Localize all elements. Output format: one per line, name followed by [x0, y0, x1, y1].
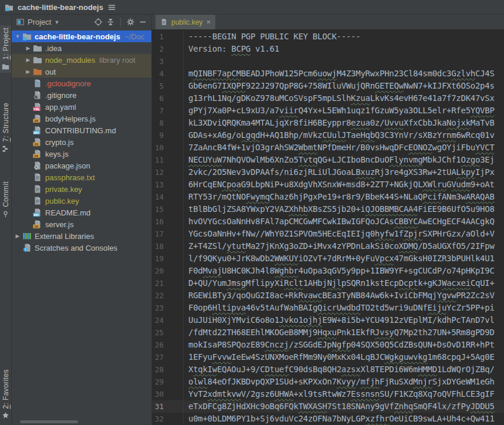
code-line-19[interactable]: 19l/f9QKyu0+JrK8wDb2WWKUYiOZvT+7dRrM+0yF… — [152, 252, 504, 265]
tree-item-label: passphrase.txt — [45, 173, 95, 182]
svg-text:?: ? — [35, 81, 39, 87]
gear-icon[interactable] — [126, 17, 136, 27]
tree-item-gcloudignore[interactable]: ?.gcloudignore — [12, 77, 151, 89]
code-line-28[interactable]: 28XtqkIwEQAOuJ+9/CDtuefC90dsBq8QH2azsxXl… — [152, 363, 504, 376]
code-text: /fdMtd22TH68EEhlMKOGeB8MMj9HqxuPnk1EkfRJ… — [184, 326, 495, 339]
chevron-right-icon[interactable]: ▶ — [23, 45, 33, 51]
code-line-12[interactable]: 122vkc/2O5Nev3vDPAAfs/ni6zjRLiUlJGoaLBxu… — [152, 166, 504, 178]
chevron-down-icon[interactable]: ▼ — [13, 33, 22, 39]
stripe-button-project[interactable]: 1: Project — [0, 25, 11, 73]
horizontal-scrollbar[interactable] — [20, 420, 78, 423]
collapse-all-icon[interactable] — [106, 17, 116, 27]
locate-file-icon[interactable] — [93, 17, 103, 27]
chevron-right-icon[interactable]: ▶ — [23, 69, 33, 75]
code-line-17[interactable]: 17YGcsOaNnHv+fNw//WhY0Z1SPVOm5HEcEqIEIjq… — [152, 228, 504, 240]
code-line-31[interactable]: 31eTxDFCg8ZjHdXHc9oBq6FQkTWXASH7St18SNAn… — [152, 400, 504, 413]
file-md-icon: MD — [33, 208, 42, 217]
code-line-1[interactable]: 1-----BEGIN PGP PUBLIC KEY BLOCK----- — [152, 31, 504, 43]
tree-item-private-key[interactable]: private.key — [12, 183, 151, 195]
code-line-13[interactable]: 136HrCqENCpoaG9LbpNiP+u8XdgVhXSnxW+msd8+… — [152, 178, 504, 191]
code-line-14[interactable]: 14RTY53r/mQtNOFwymqChaz6hjPgxPe19+r8r9/B… — [152, 191, 504, 203]
code-text: F0op6Hltipva46v5tAufWahBAIgQicrUwdbdTO2t… — [184, 302, 495, 314]
code-line-2[interactable]: 2Version: BCPG v1.61 — [152, 43, 504, 55]
code-line-7[interactable]: 7gPYj7Xa0P+cL9xU3/a7viirQ4Yx+L5EWh1uqz1f… — [152, 104, 504, 117]
code-line-18[interactable]: 18Z+T4ZSl/ytutMa27jKnXg3oZD+iMvx4zYPDnLa… — [152, 240, 504, 252]
tree-item-keys-js[interactable]: JSkeys.js — [12, 148, 151, 160]
tree-item-idea[interactable]: ▶.idea — [12, 42, 151, 54]
tree-item-package-json[interactable]: package.json — [12, 160, 151, 171]
tree-item-bodyhelpers-js[interactable]: JSbodyHelpers.js — [12, 113, 151, 124]
tree-item-scratches-and-consoles[interactable]: Scratches and Consoles — [12, 242, 151, 254]
stripe-button-commit[interactable]: Commit — [0, 179, 11, 220]
code-text: Z+T4ZSl/ytutMa27jKnXg3oZD+iMvx4zYPDnLakS… — [184, 240, 495, 252]
line-number: 25 — [152, 326, 184, 339]
tree-item-passphrase-txt[interactable]: passphrase.txt — [12, 171, 151, 183]
editor-body[interactable]: 1-----BEGIN PGP PUBLIC KEY BLOCK-----2Ve… — [152, 29, 504, 425]
svg-text:YML: YML — [33, 107, 40, 111]
tree-item-readme-md[interactable]: MDREADME.md — [12, 207, 151, 218]
tree-item-contributing-md[interactable]: MDCONTRIBUTING.md — [12, 124, 151, 136]
ide-window: cache-little-bear-nodejs 1: Project7: St… — [0, 0, 504, 425]
line-number: 15 — [152, 203, 184, 215]
main-menu-icon[interactable] — [107, 3, 116, 12]
code-line-23[interactable]: 23F0op6Hltipva46v5tAufWahBAIgQicrUwdbdTO… — [152, 302, 504, 314]
code-line-30[interactable]: 30YvT2xdmtkvwV/2gsz6UHWA+xl9tsRtwWz7Essn… — [152, 388, 504, 400]
code-line-6[interactable]: 6g13rhL1Nq/gDKoZ978uMCoSVspF5mpLSlhKzuaL… — [152, 92, 504, 104]
chevron-right-icon[interactable]: ▶ — [13, 233, 22, 239]
hide-panel-icon[interactable] — [138, 17, 148, 27]
structure-icon — [2, 145, 9, 153]
line-number: 23 — [152, 302, 184, 314]
editor-tab-label: public.key — [171, 18, 202, 26]
window-title: cache-little-bear-nodejs — [18, 3, 103, 12]
code-line-8[interactable]: 8kL3XDviQRQKma4MTALjqXr8fiH6BEyppr8ezua0… — [152, 117, 504, 129]
tree-item-public-key[interactable]: public.key — [12, 195, 151, 207]
line-number: 21 — [152, 277, 184, 289]
tree-item-label: Scratches and Consoles — [35, 244, 117, 252]
code-line-4[interactable]: 4mQINBF7apCMBEADJPhoW125Pcm6uowjM4Z3MyRw… — [152, 68, 504, 80]
code-line-11[interactable]: 11NECUYuW7NhQVOwlMb6XnZo5TvtqQG+LJCIboBn… — [152, 154, 504, 166]
code-text: NECUYuW7NhQVOwlMb6XnZo5TvtqQG+LJCIboBncD… — [184, 154, 495, 166]
editor-tab-public-key[interactable]: public.key × — [155, 15, 215, 29]
line-number: 26 — [152, 339, 184, 351]
tree-item-gitignore[interactable]: .gitignore — [12, 89, 151, 101]
project-panel-title[interactable]: Project — [28, 18, 51, 26]
line-number: 31 — [152, 400, 184, 413]
tree-item-label: public.key — [45, 197, 79, 205]
file-text-icon — [160, 18, 168, 26]
code-line-9[interactable]: 9GDAs+xA6g/oLgqdH+AQ1Bhp/mVkzCUulJTaeHqb… — [152, 129, 504, 141]
code-line-22[interactable]: 22RGEWiBTy3/qoQuG2I8ac+RkRvawcBEa3TyNB84… — [152, 289, 504, 302]
code-line-15[interactable]: 15tBlBbGljZSA8YWxpY2VAZXhhbXBsZS5jb20+iQ… — [152, 203, 504, 215]
code-line-32[interactable]: 32u0m+0bLDM6PY1b+Sj6vduVc24zOFNa7bNyLGPx… — [152, 413, 504, 425]
chevron-down-icon[interactable]: ▼ — [54, 19, 59, 25]
tree-item-server-js[interactable]: JSserver.js — [12, 218, 151, 230]
tree-item-out[interactable]: ▶out — [12, 66, 151, 77]
code-line-3[interactable]: 3 — [152, 55, 504, 68]
code-line-20[interactable]: 20F0dMvajU8HC0KJh4l8Wghbr4uOpa3qGV5y9pp+… — [152, 265, 504, 277]
tree-item-app-yaml[interactable]: YMLapp.yaml — [12, 101, 151, 113]
code-line-27[interactable]: 271EFyuFvvwIeEw4SzUNXMoeRfMm9Ny0MxKx04Lq… — [152, 351, 504, 363]
file-text-icon — [33, 196, 42, 205]
code-line-29[interactable]: 29olwl84eOfJKBDvpQXP1SUd+sKPXxOn7Kvyy/mf… — [152, 376, 504, 388]
chevron-right-icon[interactable]: ▶ — [23, 57, 33, 63]
code-line-25[interactable]: 25/fdMtd22TH68EEhlMKOGeB8MMj9HqxuPnk1Ekf… — [152, 326, 504, 339]
stripe-button-structure[interactable]: 7: Structure — [0, 100, 11, 155]
code-line-16[interactable]: 16hvOVYGcsOaNnHv8FAl7apCMCGwMFCwkIBwIGFQ… — [152, 215, 504, 228]
tree-item-label: private.key — [45, 185, 82, 194]
tree-item-cache-little-bear-nodejs[interactable]: ▼cache-little-bear-nodejs~/Doc — [12, 31, 151, 42]
file-js-icon: JS — [33, 137, 42, 147]
tree-item-crypto-js[interactable]: JScrypto.js — [12, 136, 151, 148]
stripe-button-favorites[interactable]: 2: Favorites — [0, 367, 11, 422]
code-line-26[interactable]: 26mokIsaP8SPQozE89Cnczj/zSGGdEJpNgfp04SQ… — [152, 339, 504, 351]
tree-item-external-libraries[interactable]: ▶External Libraries — [12, 230, 151, 242]
svg-text:JS: JS — [34, 154, 38, 158]
code-line-5[interactable]: 5Gb6enG7IXQPF922J297QpP8G+758WIluVWujQRn… — [152, 80, 504, 92]
line-number: 3 — [152, 55, 184, 68]
code-line-24[interactable]: 24UuJUiH0XjYMviC6o8o1Jvko1ojhjE9W+8i5b+Y… — [152, 314, 504, 326]
line-number: 28 — [152, 363, 184, 376]
tree-item-label: keys.js — [45, 150, 69, 158]
code-line-10[interactable]: 107ZaAncB4fW+1vjO3grAhSW2WbmtNPfDmeHr/B0… — [152, 141, 504, 154]
close-tab-icon[interactable]: × — [206, 18, 211, 26]
code-line-21[interactable]: 21D+QU/YumJmsgMflipyXiRclt1AHbjNjlpSQRn1… — [152, 277, 504, 289]
tree-item-label: cache-little-bear-nodejs — [35, 32, 120, 41]
tree-item-node-modules[interactable]: ▶node_moduleslibrary root — [12, 54, 151, 66]
